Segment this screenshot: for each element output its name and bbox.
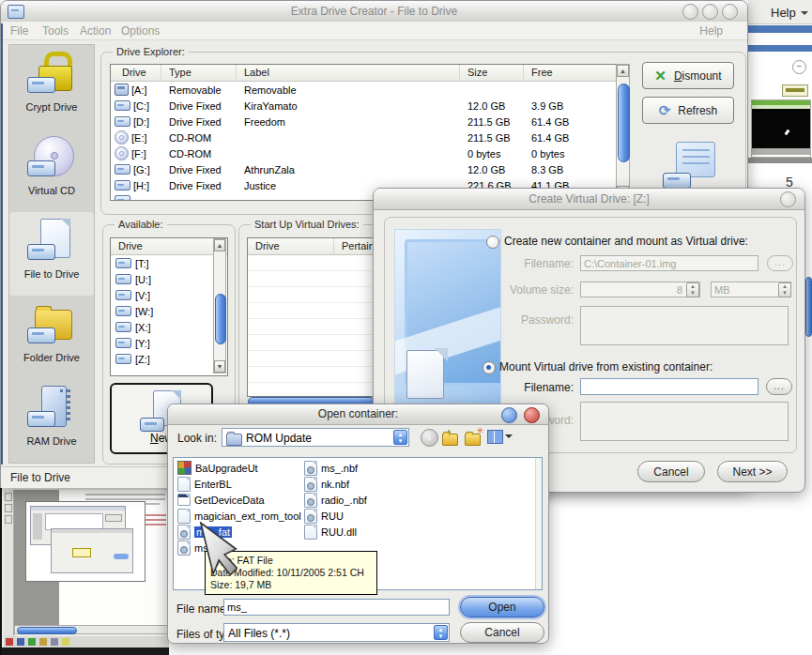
available-label: Available: bbox=[115, 219, 167, 230]
table-row[interactable]: [D:] Drive Fixed Freedom 211.5 GB 61.4 G… bbox=[111, 114, 617, 129]
editor-hscrollbar[interactable] bbox=[14, 625, 169, 634]
list-item[interactable]: RUU bbox=[304, 509, 344, 523]
scrollbar-thumb[interactable] bbox=[618, 84, 630, 162]
col-free[interactable]: Free bbox=[524, 65, 617, 81]
sidebar-item-folder-drive[interactable]: Folder Drive bbox=[9, 296, 94, 379]
mount-browse-button[interactable]: ... bbox=[766, 378, 792, 395]
console-icon bbox=[177, 494, 191, 506]
volume-spinner[interactable]: ▲▼ bbox=[686, 282, 699, 297]
look-in-select[interactable]: ROM Update ▲▼ bbox=[222, 428, 409, 447]
refresh-button[interactable]: ⟳ Refresh bbox=[642, 97, 734, 124]
main-window-title: Extra Drive Creator - File to Drive bbox=[1, 5, 747, 18]
cancel-button[interactable]: Cancel bbox=[637, 461, 705, 482]
file-icon bbox=[177, 477, 191, 492]
file-name-label: File name: bbox=[176, 602, 229, 616]
list-item[interactable]: [T:] bbox=[111, 255, 227, 271]
list-item[interactable]: radio_.nbf bbox=[304, 493, 367, 507]
background-help-menu[interactable]: Help bbox=[771, 6, 796, 20]
list-item[interactable]: [Y:] bbox=[111, 335, 227, 351]
list-item[interactable]: [W:] bbox=[111, 303, 227, 319]
open-dialog-titlebar[interactable]: Open container: bbox=[168, 404, 548, 425]
look-in-spinner[interactable]: ▲▼ bbox=[393, 430, 407, 445]
background-scrollbar-thumb[interactable] bbox=[805, 277, 812, 337]
main-titlebar[interactable]: Extra Drive Creator - File to Drive bbox=[1, 1, 747, 23]
dialog-cancel-button[interactable]: Cancel bbox=[460, 622, 544, 643]
password-box[interactable] bbox=[580, 306, 789, 345]
sidebar: Crypt Drive Virtual CD File to Drive Fol… bbox=[8, 44, 95, 464]
menu-action[interactable]: Action bbox=[80, 24, 111, 38]
available-list: Drive [T:] [U:] [V:] [W:] [X:] [Y:] [Z:] bbox=[110, 237, 228, 376]
window-button[interactable] bbox=[722, 4, 738, 20]
window-button[interactable] bbox=[702, 4, 718, 20]
table-row[interactable]: [A:] Removable Removable bbox=[111, 82, 617, 98]
scroll-down-icon[interactable]: ▼ bbox=[214, 360, 225, 373]
radio-mount-existing[interactable] bbox=[483, 361, 496, 374]
status-text: File to Drive bbox=[10, 471, 70, 484]
create-dialog-titlebar[interactable]: Create Virtual Drive: [Z:] bbox=[374, 189, 804, 210]
col-drive[interactable]: Drive bbox=[111, 238, 227, 254]
files-of-type-select[interactable]: All Files (*.*) ▲▼ bbox=[223, 623, 450, 642]
table-row[interactable]: [C:] Drive Fixed KiraYamato 12.0 GB 3.9 … bbox=[111, 98, 617, 114]
minimize-button[interactable] bbox=[501, 407, 517, 423]
menu-tools[interactable]: Tools bbox=[42, 24, 69, 38]
sidebar-item-label: Crypt Drive bbox=[9, 101, 94, 113]
col-drive[interactable]: Drive bbox=[111, 65, 161, 81]
sidebar-item-file-to-drive[interactable]: File to Drive bbox=[9, 212, 94, 296]
mount-password-box[interactable] bbox=[580, 402, 789, 441]
type-spinner[interactable]: ▲▼ bbox=[434, 625, 448, 640]
close-button[interactable] bbox=[524, 407, 540, 423]
scroll-up-icon[interactable]: ▲ bbox=[617, 65, 629, 77]
new-folder-icon[interactable]: ✳ bbox=[465, 430, 482, 444]
window-button[interactable] bbox=[682, 4, 698, 20]
available-scrollbar[interactable]: ▲ ▼ bbox=[213, 238, 226, 373]
file-list-scrollbar[interactable] bbox=[535, 458, 542, 589]
col-type[interactable]: Type bbox=[161, 65, 237, 81]
sidebar-item-virtual-cd[interactable]: Virtual CD bbox=[9, 129, 94, 212]
table-row[interactable]: [F:] CD-ROM 0 bytes 0 bytes bbox=[111, 145, 617, 161]
col-size[interactable]: Size bbox=[460, 65, 524, 81]
drive-table-scrollbar[interactable]: ▲ ▼ bbox=[616, 64, 630, 199]
list-item[interactable]: [V:] bbox=[111, 287, 227, 303]
sidebar-item-ram-drive[interactable]: RAM Drive bbox=[9, 379, 94, 463]
back-icon[interactable]: ‹ bbox=[421, 429, 438, 447]
list-item[interactable]: magician_ext_rom_tool bbox=[177, 509, 301, 523]
list-item[interactable]: [U:] bbox=[111, 271, 227, 287]
unit-spinner[interactable]: ▲▼ bbox=[778, 282, 791, 297]
radio-create-new[interactable] bbox=[486, 236, 499, 249]
list-item[interactable]: [Z:] bbox=[111, 351, 227, 367]
file-name-input[interactable]: ms_ bbox=[223, 599, 450, 616]
up-folder-icon[interactable]: ↑ bbox=[442, 430, 459, 444]
list-item[interactable]: BaUpgradeUt bbox=[177, 461, 258, 475]
list-item[interactable]: [X:] bbox=[111, 319, 227, 335]
menu-options[interactable]: Options bbox=[121, 24, 160, 38]
list-item[interactable]: GetDeviceData bbox=[177, 493, 265, 507]
sidebar-item-crypt-drive[interactable]: Crypt Drive bbox=[9, 45, 94, 129]
col-label[interactable]: Label bbox=[237, 65, 460, 81]
menu-help[interactable]: Help bbox=[699, 24, 723, 38]
look-in-label: Look in: bbox=[177, 432, 217, 445]
folder-drive-icon bbox=[25, 302, 78, 349]
views-dropdown-icon[interactable] bbox=[505, 434, 513, 442]
system-file-icon bbox=[304, 477, 317, 492]
dismount-button[interactable]: ✕ Dismount bbox=[642, 62, 734, 89]
volume-size-input[interactable]: 8 bbox=[580, 282, 700, 297]
list-item[interactable]: RUU.dll bbox=[304, 525, 357, 539]
browse-button[interactable]: ... bbox=[767, 255, 793, 271]
menu-file[interactable]: File bbox=[10, 24, 28, 38]
table-row[interactable]: [E:] CD-ROM 211.5 GB 61.4 GB bbox=[111, 129, 617, 145]
scroll-up-icon[interactable]: ▲ bbox=[214, 239, 225, 251]
list-item[interactable]: nk.nbf bbox=[304, 477, 349, 491]
password-label: Password: bbox=[475, 313, 574, 327]
views-icon[interactable] bbox=[487, 430, 503, 444]
window-button[interactable] bbox=[780, 191, 796, 207]
table-row[interactable]: [G:] Drive Fixed AthrunZala 12.0 GB 8.3 … bbox=[111, 161, 617, 177]
list-item[interactable]: EnterBL bbox=[177, 477, 232, 491]
next-button[interactable]: Next >> bbox=[717, 461, 788, 482]
collapse-icon[interactable]: − bbox=[792, 60, 806, 74]
filename-input[interactable]: C:\Container-01.img bbox=[580, 255, 758, 271]
list-item[interactable]: ms_.nbf bbox=[304, 461, 358, 475]
col-drive[interactable]: Drive bbox=[248, 238, 334, 254]
mount-filename-input[interactable] bbox=[580, 378, 758, 395]
open-button[interactable]: Open bbox=[460, 597, 544, 617]
scrollbar-thumb[interactable] bbox=[215, 294, 226, 344]
